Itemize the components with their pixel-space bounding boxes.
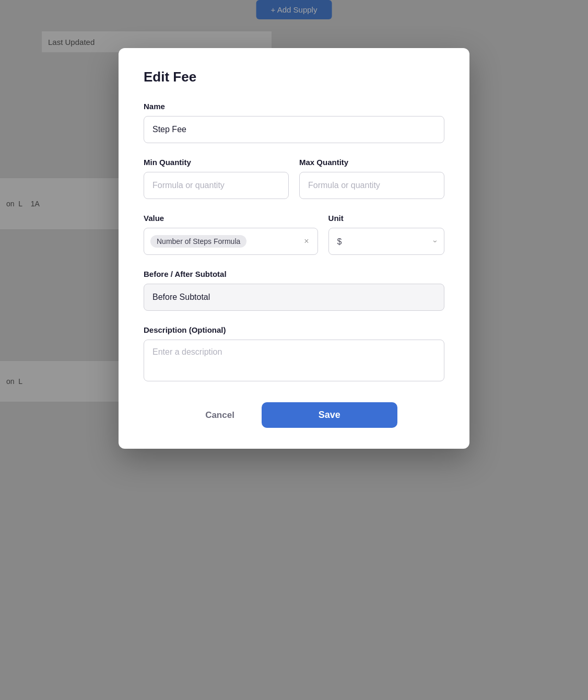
min-quantity-group: Min Quantity <box>144 158 289 199</box>
max-quantity-input[interactable] <box>299 172 444 199</box>
unit-select-wrapper: $ % flat › <box>328 228 444 255</box>
description-label: Description (Optional) <box>144 325 444 334</box>
max-quantity-label: Max Quantity <box>299 158 444 167</box>
before-after-group: Before / After Subtotal Before Subtotal <box>144 270 444 311</box>
min-quantity-label: Min Quantity <box>144 158 289 167</box>
modal-footer: Cancel Save <box>144 402 444 428</box>
description-group: Description (Optional) <box>144 325 444 383</box>
description-input[interactable] <box>144 340 444 381</box>
value-tag-input[interactable]: Number of Steps Formula × <box>144 228 318 255</box>
name-field-group: Name <box>144 102 444 143</box>
quantity-row: Min Quantity Max Quantity <box>144 158 444 199</box>
value-label: Value <box>144 214 318 223</box>
save-button[interactable]: Save <box>262 402 397 428</box>
name-input[interactable] <box>144 116 444 143</box>
max-quantity-group: Max Quantity <box>299 158 444 199</box>
before-after-label: Before / After Subtotal <box>144 270 444 278</box>
value-tag: Number of Steps Formula <box>150 235 246 248</box>
modal-title: Edit Fee <box>144 69 444 85</box>
min-quantity-input[interactable] <box>144 172 289 199</box>
value-unit-row: Value Number of Steps Formula × Unit $ %… <box>144 214 444 255</box>
cancel-button[interactable]: Cancel <box>191 403 249 428</box>
before-after-value: Before Subtotal <box>144 284 444 311</box>
unit-group: Unit $ % flat › <box>328 214 444 255</box>
value-tag-clear-icon[interactable]: × <box>302 235 311 248</box>
edit-fee-modal: Edit Fee Name Min Quantity Max Quantity … <box>119 48 469 449</box>
unit-select[interactable]: $ % flat <box>328 228 444 255</box>
name-label: Name <box>144 102 444 111</box>
unit-label: Unit <box>328 214 444 223</box>
value-group: Value Number of Steps Formula × <box>144 214 318 255</box>
